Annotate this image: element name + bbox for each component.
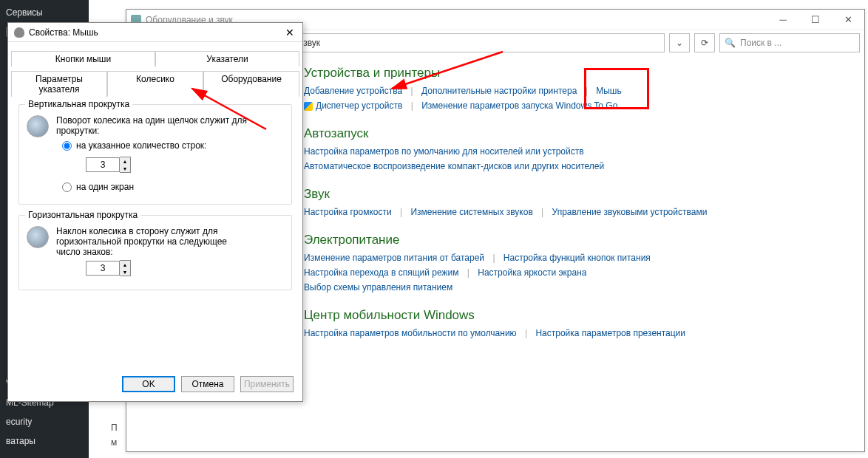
mouse-properties-dialog: Свойства: Мышь ✕ Кнопки мыши Указатели П… xyxy=(7,22,303,402)
tab-pointers[interactable]: Указатели xyxy=(155,51,299,66)
link-mobility-defaults[interactable]: Настройка параметров мобильности по умол… xyxy=(304,328,517,338)
cp-title-mobility[interactable]: Центр мобильности Windows xyxy=(304,308,857,323)
search-icon: 🔍 xyxy=(725,38,736,48)
vscroll-label: Поворот колесика на один щелчок служит д… xyxy=(56,115,284,136)
sidebar-top-row: Сервисы xyxy=(0,3,89,22)
sidebar-top-1[interactable]: Сервисы xyxy=(6,7,43,18)
tab-wheel[interactable]: Колесико xyxy=(107,71,203,97)
dialog-titlebar: Свойства: Мышь ✕ xyxy=(8,23,302,42)
link-volume[interactable]: Настройка громкости xyxy=(304,207,392,217)
link-power-buttons[interactable]: Настройка функций кнопок питания xyxy=(503,253,651,263)
stray-p: П xyxy=(111,423,118,433)
maximize-button[interactable]: ☐ xyxy=(799,10,832,30)
radio-lines[interactable] xyxy=(62,141,72,151)
search-input[interactable]: 🔍 Поиск в ... xyxy=(719,33,860,52)
lines-spinner[interactable]: ▲ ▼ xyxy=(86,157,131,173)
link-power-plan[interactable]: Выбор схемы управления питанием xyxy=(304,282,452,293)
link-sleep[interactable]: Настройка перехода в спящий режим xyxy=(304,267,458,278)
radio-screen-row[interactable]: на один экран xyxy=(62,182,284,192)
minimize-button[interactable]: ─ xyxy=(767,10,799,30)
tab-hardware[interactable]: Оборудование xyxy=(203,71,299,97)
wheel-icon xyxy=(27,115,49,137)
cancel-button[interactable]: Отмена xyxy=(181,376,234,392)
groupbox-vscroll: Вертикальная прокрутка Поворот колесика … xyxy=(18,104,292,205)
link-device-manager[interactable]: Диспетчер устройств xyxy=(316,100,402,111)
radio-lines-label: на указанное количество строк: xyxy=(76,140,206,151)
hscroll-label: Наклон колесика в сторону служит для гор… xyxy=(56,226,248,257)
link-brightness[interactable]: Настройка яркости экрана xyxy=(478,267,586,278)
link-autoplay-cd[interactable]: Автоматическое воспроизведение компакт-д… xyxy=(304,161,604,171)
link-windows-togo[interactable]: Изменение параметров запуска Windows To … xyxy=(421,100,617,111)
hspin-down[interactable]: ▼ xyxy=(120,268,130,276)
spin-down[interactable]: ▼ xyxy=(120,165,130,172)
tab-buttons[interactable]: Кнопки мыши xyxy=(11,51,155,66)
ok-button[interactable]: OK xyxy=(122,376,175,392)
link-system-sounds[interactable]: Изменение системных звуков xyxy=(410,207,532,217)
radio-lines-row[interactable]: на указанное количество строк: xyxy=(62,140,284,151)
search-placeholder: Поиск в ... xyxy=(740,38,781,48)
cp-title-devices[interactable]: Устройства и принтеры xyxy=(304,66,857,81)
groupbox-hscroll: Горизонтальная прокрутка Наклон колесика… xyxy=(18,215,292,290)
stray-m: м xyxy=(111,437,117,448)
refresh-button[interactable]: ⟳ xyxy=(694,33,715,52)
link-printer-settings[interactable]: Дополнительные настройки принтера xyxy=(421,86,577,96)
radio-screen-label: на один экран xyxy=(76,182,134,192)
dialog-body: Вертикальная прокрутка Поворот колесика … xyxy=(8,97,302,370)
dialog-title: Свойства: Мышь xyxy=(29,27,98,38)
tab-pointer-options[interactable]: Параметры указателя xyxy=(11,71,107,97)
cp-title-power[interactable]: Электропитание xyxy=(304,233,857,247)
link-battery[interactable]: Изменение параметров питания от батарей xyxy=(304,253,484,263)
hscroll-input[interactable] xyxy=(86,261,120,276)
dialog-buttons: OK Отмена Применить xyxy=(8,370,302,401)
shield-icon xyxy=(304,102,313,111)
close-button[interactable]: ✕ xyxy=(832,10,864,30)
apply-button[interactable]: Применить xyxy=(240,376,294,392)
hscroll-spinner[interactable]: ▲ ▼ xyxy=(86,260,131,276)
sidebar-itm-3[interactable]: ecurity xyxy=(0,412,89,431)
hspin-up[interactable]: ▲ xyxy=(120,261,130,268)
cp-title-autoplay[interactable]: Автозапуск xyxy=(304,126,857,141)
dialog-close-button[interactable]: ✕ xyxy=(283,26,296,39)
link-mouse[interactable]: Мышь xyxy=(596,86,622,96)
link-presentation[interactable]: Настройка параметров презентации xyxy=(535,328,685,338)
cp-title-sound[interactable]: Звук xyxy=(304,187,857,202)
wheel-tilt-icon xyxy=(27,226,49,248)
link-audio-devices[interactable]: Управление звуковыми устройствами xyxy=(552,207,708,217)
mouse-icon xyxy=(14,27,24,38)
spin-up[interactable]: ▲ xyxy=(120,157,130,165)
dropdown-button[interactable]: ⌄ xyxy=(669,33,690,52)
sidebar-itm-4[interactable]: ватары xyxy=(0,431,89,451)
hscroll-title: Горизонтальная прокрутка xyxy=(25,210,140,220)
link-add-device[interactable]: Добавление устройства xyxy=(304,86,402,96)
link-autoplay-defaults[interactable]: Настройка параметров по умолчанию для но… xyxy=(304,146,584,157)
lines-input[interactable] xyxy=(86,157,120,172)
radio-screen[interactable] xyxy=(62,182,72,192)
vscroll-title: Вертикальная прокрутка xyxy=(25,99,132,109)
